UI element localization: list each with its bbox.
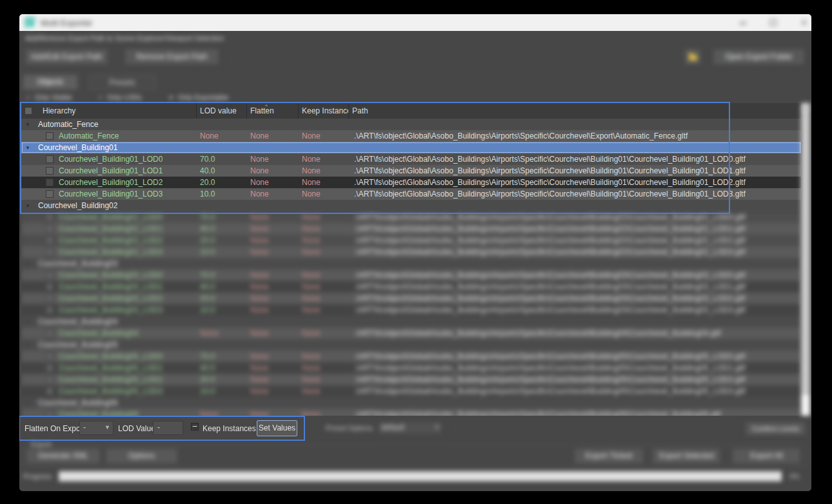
table-row-group[interactable]: ▼ Courchevel_Building05	[21, 339, 801, 351]
header-checkbox[interactable]	[25, 107, 32, 115]
table-row-item[interactable]: Courchevel_Building05_LOD1 40.0 None Non…	[21, 362, 801, 374]
row-checkbox[interactable]	[46, 353, 54, 360]
folder-button[interactable]	[684, 48, 701, 65]
table-row-item[interactable]: Courchevel_Building03_LOD0 70.0 None Non…	[21, 269, 801, 281]
table-row-item[interactable]: Courchevel_Building03_LOD3 10.0 None Non…	[21, 304, 801, 316]
table-row-item[interactable]: Courchevel_Building06 None None None .\A…	[21, 409, 801, 416]
export-all-button[interactable]: Export All	[732, 448, 801, 464]
filter-only-lods[interactable]: Only LODs	[97, 93, 142, 102]
remove-export-path-button[interactable]: Remove Export Path	[124, 48, 219, 65]
row-checkbox[interactable]	[46, 248, 54, 256]
filter-only-visible[interactable]: Only Visible	[25, 93, 72, 102]
flatten-cell: None	[247, 165, 299, 177]
only-lods-checkbox[interactable]	[97, 94, 104, 101]
table-row-item[interactable]: Courchevel_Building01_LOD1 40.0 None Non…	[21, 165, 801, 177]
expander-triangle-icon[interactable]: ▼	[25, 122, 32, 128]
flatten-on-export-dropdown[interactable]: - ▼	[79, 421, 114, 435]
keep-instances-cell: None	[299, 409, 349, 416]
object-name: Courchevel_Building03_LOD1	[59, 282, 163, 291]
table-row-group[interactable]: ▼ Courchevel_Building03	[21, 258, 801, 269]
row-checkbox[interactable]	[46, 132, 54, 140]
expander-triangle-icon[interactable]: ▼	[25, 319, 32, 325]
table-row-group[interactable]: ▼ Courchevel_Building04	[21, 316, 801, 327]
table-row-item[interactable]: Courchevel_Building03_LOD1 40.0 None Non…	[21, 281, 801, 293]
maximize-button[interactable]	[762, 14, 784, 31]
scrollbar-up-icon[interactable]: ▲	[801, 103, 810, 113]
keep-instances-cell: None	[299, 130, 349, 142]
row-checkbox[interactable]	[46, 155, 54, 163]
table-row-item[interactable]: Courchevel_Building02_LOD3 10.0 None Non…	[21, 246, 801, 258]
table-row-item[interactable]: Courchevel_Building02_LOD0 70.0 None Non…	[21, 211, 801, 223]
row-checkbox[interactable]	[46, 376, 54, 383]
table-row-item[interactable]: Courchevel_Building02_LOD2 20.0 None Non…	[21, 235, 801, 246]
vertical-scrollbar[interactable]: ▲	[801, 103, 810, 416]
table-row-item[interactable]: Courchevel_Building01_LOD2 20.0 None Non…	[21, 177, 801, 188]
table-row-item[interactable]: Courchevel_Building03_LOD2 20.0 None Non…	[21, 293, 801, 304]
row-checkbox[interactable]	[46, 271, 54, 279]
row-checkbox[interactable]	[46, 237, 54, 244]
table-row-item[interactable]: Courchevel_Building04 None None None .\A…	[21, 327, 801, 339]
row-checkbox[interactable]	[46, 364, 54, 372]
row-checkbox[interactable]	[46, 213, 54, 221]
scrollbar-thumb[interactable]	[801, 113, 810, 394]
tab-presets[interactable]: Presets	[89, 75, 155, 90]
expander-triangle-icon[interactable]: ▼	[25, 145, 32, 151]
path-cell: .\ART\fs\object\Global\Asobo_Buildings\A…	[349, 153, 801, 165]
flatten-cell: None	[247, 304, 299, 316]
table-row-group[interactable]: ▼ Courchevel_Building06	[21, 397, 801, 409]
table-row-item[interactable]: Courchevel_Building05_LOD3 10.0 None Non…	[21, 385, 801, 397]
export-ticked-button[interactable]: Export Ticked	[574, 448, 644, 464]
generate-xml-button[interactable]: Generate XML	[26, 448, 101, 464]
column-header-keep-instances[interactable]: Keep Instances	[299, 103, 349, 119]
table-row-item[interactable]: Courchevel_Building01_LOD0 70.0 None Non…	[21, 153, 801, 165]
only-exportable-checkbox[interactable]: ✓	[168, 94, 175, 101]
object-name: Courchevel_Building05_LOD0	[59, 352, 163, 361]
column-header-lod-value[interactable]: LOD value	[197, 103, 247, 119]
row-checkbox[interactable]	[46, 387, 54, 395]
minimize-button[interactable]	[732, 14, 754, 31]
table-row-item[interactable]: Courchevel_Building02_LOD1 40.0 None Non…	[21, 223, 801, 235]
table-row-item[interactable]: Automatic_Fence None None None .\ART\fs\…	[21, 130, 801, 142]
preset-options-dropdown[interactable]: default ▼	[377, 421, 443, 435]
table-row-group[interactable]: ▼ Courchevel_Building02	[21, 200, 801, 211]
filter-only-exportable[interactable]: ✓ Only Exportable	[168, 93, 228, 102]
row-checkbox[interactable]	[46, 225, 54, 233]
table-row-item[interactable]: Courchevel_Building05_LOD0 70.0 None Non…	[21, 351, 801, 362]
row-checkbox[interactable]	[46, 329, 54, 337]
export-selected-button[interactable]: Export Selected	[652, 448, 721, 464]
scrollbar-track[interactable]	[801, 394, 810, 416]
confirm-levels-button[interactable]: Confirm Levels	[745, 422, 806, 436]
row-checkbox[interactable]	[46, 306, 54, 314]
tab-objects[interactable]: Objects	[23, 75, 77, 90]
expander-triangle-icon[interactable]: ▼	[25, 342, 32, 348]
lod-value-cell: 70.0	[197, 153, 247, 165]
table-row-group[interactable]: ▼ Automatic_Fence	[21, 119, 801, 130]
only-visible-checkbox[interactable]	[25, 94, 32, 101]
filter-label: Only Exportable	[178, 93, 228, 101]
expander-triangle-icon[interactable]: ▼	[25, 261, 32, 267]
table-row-item[interactable]: Courchevel_Building05_LOD2 20.0 None Non…	[21, 374, 801, 385]
row-checkbox[interactable]	[46, 190, 54, 198]
row-checkbox[interactable]	[46, 179, 54, 186]
row-checkbox[interactable]	[46, 295, 54, 302]
table-row-item[interactable]: Courchevel_Building01_LOD3 10.0 None Non…	[21, 188, 801, 200]
object-name: Courchevel_Building05_LOD2	[59, 375, 163, 384]
close-button[interactable]: ×	[793, 14, 811, 31]
column-header-hierarchy[interactable]: Hierarchy	[21, 103, 197, 119]
open-export-folder-button[interactable]: Open Export Folder	[713, 48, 805, 65]
keep-instances-checkbox[interactable]: –	[191, 423, 199, 431]
row-checkbox[interactable]	[46, 167, 54, 175]
column-header-path[interactable]: Path	[349, 103, 801, 119]
table-row-group[interactable]: ▼ Courchevel_Building01	[21, 142, 801, 153]
column-header-flatten[interactable]: Flatten	[247, 103, 299, 119]
expander-triangle-icon[interactable]: ▼	[25, 203, 32, 209]
lod-value-input[interactable]: -	[153, 421, 183, 435]
row-checkbox[interactable]	[46, 283, 54, 291]
add-edit-export-path-button[interactable]: Add/Edit Export Path	[25, 48, 108, 65]
expander-triangle-icon[interactable]: ▼	[25, 400, 32, 406]
options-button[interactable]: Options	[105, 448, 178, 464]
lod-value-cell: 20.0	[197, 177, 247, 188]
set-values-button[interactable]: Set Values	[257, 420, 297, 436]
lod-value-cell: 20.0	[197, 235, 247, 246]
row-checkbox[interactable]	[46, 411, 54, 416]
